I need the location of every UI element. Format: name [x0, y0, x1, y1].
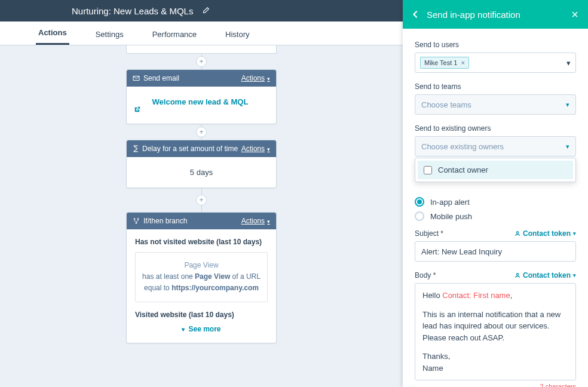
branch-neg-title: Has not visited website (last 10 days) [135, 238, 268, 246]
chevron-down-icon: ▾ [566, 59, 571, 67]
chevron-down-icon: ▾ [566, 143, 569, 150]
panel-title: Send in-app notification [427, 10, 520, 20]
tab-performance[interactable]: Performance [150, 30, 199, 45]
tab-history[interactable]: History [223, 30, 252, 45]
add-step-button[interactable]: + [196, 195, 207, 205]
workflow-title: Nurturing: New Leads & MQLs [72, 6, 193, 16]
branch-pos-title: Visited website (last 10 days) [135, 311, 268, 319]
send-to-teams-label: Send to teams [415, 82, 576, 91]
subject-label: Subject * [415, 229, 443, 238]
svg-point-1 [137, 219, 139, 220]
card-delay[interactable]: Delay for a set amount of time Actions▾ … [126, 140, 277, 188]
card-if-then-branch[interactable]: If/then branch Actions▾ Has not visited … [126, 212, 277, 343]
card-actions-menu[interactable]: Actions▾ [241, 145, 270, 153]
radio-icon [415, 211, 424, 221]
body-textarea[interactable]: Hello Contact: First name, This is an in… [415, 283, 576, 380]
card-actions-menu[interactable]: Actions▾ [241, 217, 270, 225]
svg-point-2 [136, 223, 137, 224]
radio-icon [415, 197, 424, 207]
back-button[interactable] [412, 10, 418, 19]
body-token-firstname: Contact: First name [442, 291, 510, 300]
panel-header: Send in-app notification × [403, 0, 588, 29]
side-panel: Send in-app notification × Send to users… [403, 0, 588, 387]
send-to-users-input[interactable]: Mike Test 1 × ▾ [415, 53, 576, 73]
card-send-email[interactable]: Send email Actions▾ Welcome new lead & M… [126, 69, 277, 124]
user-chip[interactable]: Mike Test 1 × [420, 57, 469, 69]
email-link[interactable]: Welcome new lead & MQL [134, 97, 269, 113]
card-title: Delay for a set amount of time [142, 145, 238, 153]
send-to-owners-select[interactable]: Choose existing owners ▾ [415, 136, 576, 156]
body-insert-token[interactable]: Contact token▾ [514, 271, 576, 280]
branch-icon [133, 217, 140, 225]
add-step-button[interactable]: + [196, 56, 207, 67]
hourglass-icon [133, 145, 139, 152]
close-button[interactable]: × [571, 8, 578, 20]
edit-title-icon[interactable] [201, 7, 210, 15]
owners-dropdown: Contact owner [415, 158, 576, 182]
subject-input[interactable] [415, 241, 576, 262]
card-title: If/then branch [143, 217, 187, 225]
card-title: Send email [143, 74, 179, 82]
owners-option-checkbox[interactable] [424, 166, 432, 174]
svg-point-0 [134, 219, 135, 220]
svg-point-4 [516, 274, 518, 275]
remove-chip-icon[interactable]: × [461, 59, 464, 66]
tab-actions[interactable]: Actions [36, 28, 69, 45]
body-label: Body * [415, 271, 436, 280]
previous-card-peek [126, 45, 277, 54]
send-to-owners-label: Send to existing owners [415, 124, 576, 133]
svg-point-3 [516, 232, 518, 234]
branch-criteria: Page View has at least one Page View of … [135, 252, 268, 302]
body-char-count: 2 characters [415, 383, 576, 387]
external-link-icon [134, 106, 269, 113]
mail-icon [133, 75, 140, 81]
send-to-teams-select[interactable]: Choose teams ▾ [415, 94, 576, 115]
notify-push-radio[interactable]: Mobile push [415, 211, 576, 221]
send-to-users-label: Send to users [415, 41, 576, 49]
notify-inapp-radio[interactable]: In-app alert [415, 197, 576, 207]
see-more-button[interactable]: See more [135, 325, 268, 333]
card-actions-menu[interactable]: Actions▾ [241, 74, 270, 82]
tab-settings[interactable]: Settings [93, 30, 126, 45]
delay-value: 5 days [190, 168, 213, 177]
add-step-button[interactable]: + [196, 127, 207, 137]
subject-insert-token[interactable]: Contact token▾ [514, 229, 576, 238]
chevron-down-icon: ▾ [566, 101, 569, 109]
workflow-canvas[interactable]: + Send email Actions▾ Welcome new lead &… [0, 45, 403, 387]
owners-option-contact-owner[interactable]: Contact owner [418, 161, 573, 179]
